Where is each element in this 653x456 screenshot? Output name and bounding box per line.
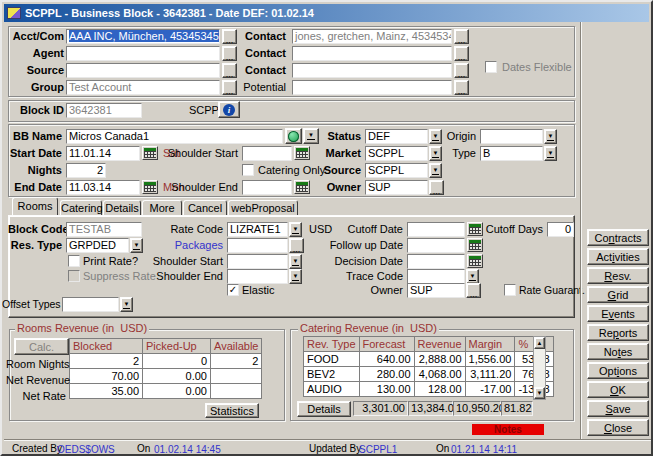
column-header-forecast: Forecast [359,337,414,352]
acct-com-lov-button[interactable]: ... [222,29,237,44]
tab-shoulder-start-dropdown-button[interactable]: ▼ [289,254,302,269]
translate-button[interactable] [285,128,302,144]
contact3-field[interactable] [292,63,452,78]
room-nights-blocked: 2 [70,354,143,369]
reports-button[interactable]: Reports [587,324,649,341]
catering-only-checkbox[interactable] [242,164,254,176]
tab-owner-field[interactable]: SUP [407,283,465,298]
rate-guarantee-checkbox[interactable] [504,284,516,296]
offset-types-field[interactable] [62,297,119,312]
save-button[interactable]: Save [587,400,649,417]
calendar-icon [469,240,481,250]
end-date-calendar-button[interactable] [142,180,158,194]
app-icon [7,7,21,19]
res-type-field[interactable]: GRPDED [66,238,129,253]
type-dropdown-button[interactable]: ▼ [544,146,557,161]
potential-field[interactable] [292,80,452,95]
decision-date-field[interactable] [407,254,465,269]
start-date-field[interactable]: 11.01.14 [66,146,140,161]
source-lov-button[interactable]: ... [222,63,237,78]
tab-owner-lov-button[interactable]: ... [466,283,481,298]
events-button[interactable]: Events [587,305,649,322]
source-field[interactable] [66,63,220,78]
tab-shoulder-end-dropdown-button[interactable]: ▼ [289,269,302,284]
elastic-checkbox[interactable]: ✓ [227,284,239,296]
grid-button[interactable]: Grid [587,286,649,303]
activities-button[interactable]: Activities [587,248,649,265]
decision-calendar-button[interactable] [467,254,483,268]
tab-cancel[interactable]: Cancel [183,200,227,215]
shoulder-end-field[interactable] [242,180,292,195]
packages-link[interactable]: Packages [147,238,223,253]
potential-lov-button[interactable]: ... [454,80,469,95]
nights-field[interactable]: 2 [66,163,106,178]
options-button[interactable]: Options [587,362,649,379]
catering-table-scrollbar[interactable]: ▲ ▼ [533,336,546,400]
follow-up-calendar-button[interactable] [467,238,483,252]
tab-shoulder-end-field[interactable] [227,269,288,284]
close-button[interactable]: Close [587,419,649,436]
contact2-lov-button[interactable]: ... [454,46,469,61]
label-post: es [621,346,633,358]
tab-rooms[interactable]: Rooms [12,197,58,215]
scroll-up-button[interactable]: ▲ [534,337,545,349]
net-revenue-row-label: Net Revenue [6,373,66,388]
contact2-field[interactable] [292,46,452,61]
ok-button[interactable]: OK [587,381,649,398]
print-rate-checkbox[interactable] [68,255,80,267]
agent-field[interactable] [66,46,220,61]
label-post: rid [616,289,628,301]
tab-catering[interactable]: Catering [60,200,102,215]
contact3-lov-button[interactable]: ... [454,63,469,78]
bb-name-field[interactable]: Micros Canada1 [66,129,283,144]
type-field[interactable]: B [480,146,543,161]
shoulder-start-field[interactable] [242,146,292,161]
resv-button[interactable]: Resv. [587,267,649,284]
group-lov-button[interactable]: ... [222,80,237,95]
packages-lov-button[interactable]: ... [289,238,304,253]
cutoff-date-field[interactable] [407,222,465,237]
acct-com-field[interactable]: AAA INC, München, 45345345 [66,29,220,44]
scroll-down-button[interactable]: ▼ [534,387,545,399]
cutoff-days-field[interactable]: 0 [547,222,574,237]
statistics-button[interactable]: Statistics [205,403,259,418]
market-field[interactable]: SCPPL [365,146,428,161]
ellipsis-icon: ... [458,88,466,94]
start-date-calendar-button[interactable] [142,146,158,160]
notes-button[interactable]: Notes [587,343,649,360]
created-by-label: Created By [12,443,62,455]
tab-details[interactable]: Details [103,200,141,215]
follow-up-date-field[interactable] [407,238,465,253]
contracts-button[interactable]: Contracts [587,229,649,246]
trace-code-dropdown-button[interactable]: ▼ [466,269,479,284]
tab-webproposal[interactable]: webProposal [228,200,298,215]
agent-lov-button[interactable]: ... [222,46,237,61]
rate-code-dropdown-button[interactable]: ▼ [289,222,302,237]
end-date-field[interactable]: 11.03.14 [66,180,140,195]
owner-lov-button[interactable]: ... [429,180,444,195]
block-source-field[interactable]: SCPPL [365,163,428,178]
shoulder-end-label: Shoulder End [160,180,238,195]
property-info-button[interactable]: i [218,101,240,118]
rate-code-field[interactable]: LIZRATE1 [227,222,288,237]
ellipsis-icon: ... [458,71,466,77]
owner-field[interactable]: SUP [365,180,428,195]
packages-field[interactable] [227,238,288,253]
column-header-available: Available [211,339,262,354]
contact1-value: jones, gretchen, Mainz, 45345345 [295,30,452,42]
origin-dropdown-button[interactable]: ▼ [544,129,557,144]
origin-field[interactable] [480,129,543,144]
tab-more[interactable]: More [142,200,182,215]
agent-label: Agent [10,46,64,61]
trace-code-field[interactable] [407,269,465,284]
contact1-lov-button[interactable]: ... [454,29,469,44]
dropdown-arrow-icon: ▼ [547,133,555,141]
details-button[interactable]: Details [297,401,351,417]
tab-shoulder-start-field[interactable] [227,254,288,269]
status-field[interactable]: DEF [365,129,428,144]
check-icon: ✓ [229,284,237,295]
block-source-dropdown-button[interactable]: ▼ [429,163,442,178]
notes-lamp[interactable]: Notes [472,424,544,435]
res-type-dropdown-button[interactable]: ▼ [130,238,143,253]
offset-types-dropdown-button[interactable]: ▼ [120,297,133,312]
